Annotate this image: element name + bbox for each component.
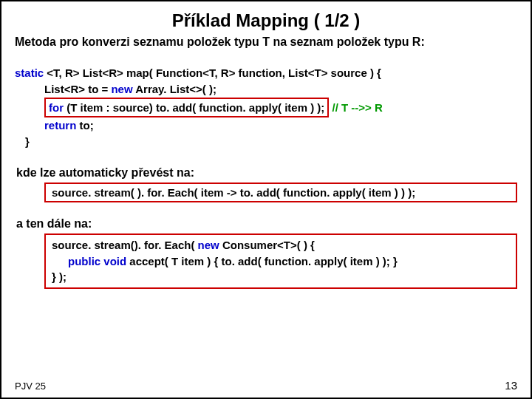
code-text: List<R> to = xyxy=(44,83,111,95)
keyword-static: static xyxy=(15,66,44,79)
keyword-public-void: public void xyxy=(68,255,126,267)
highlight-box-3: source. stream(). for. Each( new Consume… xyxy=(44,233,517,289)
keyword-return: return xyxy=(44,119,76,132)
code-text: Consumer<T>( ) { xyxy=(219,239,315,251)
code-text: <T, R> List<R> map( Function<T, R> funct… xyxy=(44,66,381,79)
slide: Příklad Mapping ( 1/2 ) Metoda pro konve… xyxy=(0,0,532,399)
code-text: to; xyxy=(76,119,93,132)
code-block-1: static <T, R> List<R> map( Function<T, R… xyxy=(15,65,517,150)
page-number: 13 xyxy=(505,379,517,392)
label-text: a ten dále na: xyxy=(16,217,517,231)
code-text: } xyxy=(25,134,517,150)
highlight-box: for (T item : source) to. add( function.… xyxy=(44,98,329,118)
code-text: source. stream( ). for. Each( item -> to… xyxy=(52,186,415,199)
code-text: accept( T item ) { to. add( function. ap… xyxy=(126,255,398,267)
keyword-for: for xyxy=(49,101,64,114)
comment-text: // T -->> R xyxy=(329,101,383,114)
highlight-box-2: source. stream( ). for. Each( item -> to… xyxy=(44,183,517,202)
code-text: Array. List<>( ); xyxy=(133,83,216,95)
footer-left: PJV 25 xyxy=(15,381,46,392)
label-text: kde lze automaticky převést na: xyxy=(16,166,517,180)
code-text: (T item : source) to. add( function. app… xyxy=(64,101,324,114)
slide-title: Příklad Mapping ( 1/2 ) xyxy=(15,10,517,31)
slide-subtitle: Metoda pro konverzi seznamu položek typu… xyxy=(15,35,517,49)
code-text: } ); xyxy=(52,269,510,285)
code-text: source. stream(). for. Each( xyxy=(52,239,198,251)
keyword-new: new xyxy=(111,83,132,95)
keyword-new: new xyxy=(198,239,219,251)
